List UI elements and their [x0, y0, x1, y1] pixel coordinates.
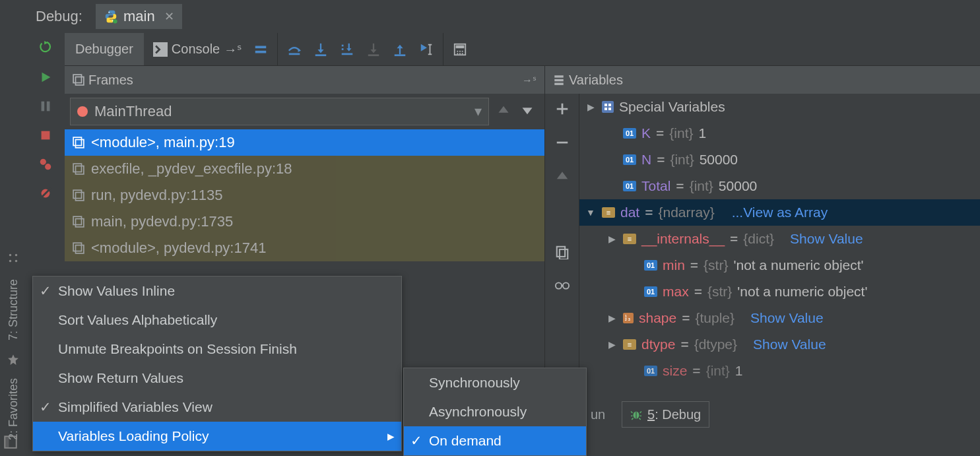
- menu-unmute-breakpoints[interactable]: Unmute Breakpoints on Session Finish: [33, 335, 401, 364]
- sidebar-tab-favorites[interactable]: 2: Favorites: [7, 378, 20, 440]
- svg-rect-17: [255, 46, 267, 48]
- frame-row[interactable]: main, pydevd.py:1735: [65, 209, 544, 235]
- view-breakpoints-icon[interactable]: [38, 157, 53, 172]
- step-out-icon[interactable]: [393, 42, 407, 57]
- copy-icon[interactable]: [555, 245, 570, 263]
- expand-icon[interactable]: ▶: [606, 339, 618, 350]
- svg-point-1: [9, 260, 11, 262]
- frame-row[interactable]: run, pydevd.py:1135: [65, 182, 544, 209]
- remove-watch-icon[interactable]: [555, 135, 570, 153]
- menu-synchronously[interactable]: Synchronously: [404, 368, 586, 397]
- svg-rect-24: [342, 48, 344, 50]
- layout-icon[interactable]: [4, 436, 17, 452]
- watches-glasses-icon[interactable]: [555, 278, 570, 296]
- str-badge-icon: 01: [644, 286, 657, 297]
- mute-breakpoints-icon[interactable]: [38, 186, 53, 201]
- menu-simplified-view[interactable]: ✓ Simplified Variables View: [33, 393, 401, 422]
- svg-point-58: [555, 282, 561, 288]
- svg-rect-46: [73, 137, 81, 145]
- step-over-icon[interactable]: [287, 42, 302, 57]
- svg-point-6: [108, 12, 110, 13]
- menu-asynchronously[interactable]: Asynchronously: [404, 397, 586, 426]
- rerun-icon[interactable]: [38, 41, 53, 55]
- svg-point-38: [457, 53, 458, 54]
- svg-rect-55: [76, 245, 84, 253]
- resume-icon[interactable]: [38, 70, 53, 84]
- svg-point-8: [113, 19, 117, 23]
- frame-row[interactable]: <module>, main.py:19: [65, 129, 544, 156]
- svg-point-3: [15, 260, 17, 262]
- file-tab-label: main: [123, 8, 155, 25]
- file-tab-main[interactable]: main ✕: [96, 4, 182, 29]
- loading-policy-submenu[interactable]: Synchronously Asynchronously ✓ On demand: [403, 368, 587, 456]
- svg-rect-62: [604, 108, 607, 110]
- variable-row[interactable]: ▶ ≡ __internals__ = {dict} Show Value: [579, 226, 980, 252]
- variable-row[interactable]: ▶ 01 K = {int} 1: [579, 120, 980, 147]
- evaluate-icon[interactable]: [453, 42, 467, 57]
- svg-rect-21: [315, 54, 327, 56]
- menu-show-values-inline[interactable]: ✓ Show Values Inline: [33, 277, 401, 306]
- variable-row[interactable]: ▶ 01 min = {str} 'not a numeric object': [579, 252, 980, 278]
- threads-icon[interactable]: [253, 42, 268, 57]
- variable-row[interactable]: ▶ 01 Total = {int} 50000: [579, 173, 980, 199]
- sidebar-tab-structure[interactable]: 7: Structure: [7, 279, 20, 341]
- pause-icon[interactable]: [38, 99, 53, 114]
- tuple-badge-icon: 123: [623, 313, 634, 323]
- svg-rect-42: [76, 77, 84, 85]
- svg-rect-49: [76, 166, 84, 174]
- close-icon[interactable]: ✕: [164, 9, 174, 24]
- variable-row[interactable]: ▶ 01 size = {int} 1: [579, 358, 980, 384]
- show-value-link[interactable]: Show Value: [790, 231, 863, 247]
- frame-down-icon[interactable]: [521, 104, 534, 120]
- frame-up-icon[interactable]: [497, 104, 510, 120]
- frames-title: Frames: [88, 73, 133, 88]
- debugger-tab[interactable]: Debugger: [65, 33, 144, 65]
- expand-icon[interactable]: ▶: [606, 313, 618, 323]
- int-badge-icon: 01: [644, 366, 657, 376]
- menu-show-return-values[interactable]: Show Return Values: [33, 364, 401, 393]
- scroll-up-icon[interactable]: [555, 169, 570, 187]
- force-step-into-icon[interactable]: [366, 42, 381, 57]
- variable-row[interactable]: ▶ 01 N = {int} 50000: [579, 147, 980, 173]
- svg-point-35: [457, 50, 458, 51]
- svg-point-13: [45, 164, 51, 170]
- variable-row[interactable]: ▶ 123 shape = {tuple} Show Value: [579, 305, 980, 331]
- menu-on-demand[interactable]: ✓ On demand: [404, 426, 586, 455]
- variables-title: Variables: [569, 73, 623, 88]
- view-as-array-link[interactable]: ...View as Array: [732, 205, 828, 220]
- step-into-my-code-icon[interactable]: [340, 42, 354, 57]
- stop-icon[interactable]: [38, 128, 53, 143]
- debug-tool-window-tab[interactable]: 5: Debug: [622, 401, 709, 428]
- variable-row[interactable]: ▶ ≡ dtype = {dtype} Show Value: [579, 331, 980, 358]
- svg-rect-54: [73, 243, 81, 251]
- step-into-icon[interactable]: [313, 42, 328, 57]
- dict-badge-icon: ≡: [623, 234, 636, 244]
- menu-sort-alpha[interactable]: Sort Values Alphabetically: [33, 306, 401, 335]
- variables-context-menu[interactable]: ✓ Show Values Inline Sort Values Alphabe…: [32, 276, 402, 451]
- svg-rect-52: [73, 216, 81, 224]
- svg-rect-43: [554, 75, 564, 77]
- frame-row[interactable]: execfile, _pydev_execfile.py:18: [65, 156, 544, 182]
- run-to-cursor-icon[interactable]: [419, 42, 434, 57]
- menu-loading-policy[interactable]: Variables Loading Policy ▸: [33, 422, 401, 451]
- int-badge-icon: 01: [623, 128, 636, 139]
- special-icon: [602, 101, 614, 113]
- restore-layout-icon[interactable]: →ˢ: [522, 74, 537, 86]
- show-value-link[interactable]: Show Value: [750, 310, 824, 326]
- add-watch-icon[interactable]: [555, 102, 570, 119]
- show-value-link[interactable]: Show Value: [753, 337, 826, 352]
- collapse-icon[interactable]: ▼: [585, 207, 597, 218]
- console-tab[interactable]: Console →ˢ: [153, 42, 242, 57]
- frame-row[interactable]: <module>, pydevd.py:1741: [65, 235, 544, 261]
- variable-row-dat[interactable]: ▼ ≡ dat = {ndarray} ...View as Array: [579, 199, 980, 226]
- thread-selector[interactable]: MainThread ▾: [70, 98, 489, 125]
- svg-rect-56: [556, 247, 564, 257]
- expand-icon[interactable]: ▶: [606, 234, 618, 244]
- expand-icon[interactable]: ▶: [585, 102, 597, 112]
- panes-header: Frames →ˢ Variables: [65, 66, 980, 94]
- svg-point-36: [459, 50, 461, 51]
- variable-row[interactable]: ▶ 01 max = {str} 'not a numeric object': [579, 278, 980, 305]
- svg-point-37: [462, 50, 463, 51]
- special-variables-row[interactable]: ▶ Special Variables: [579, 94, 980, 120]
- svg-rect-44: [554, 79, 564, 81]
